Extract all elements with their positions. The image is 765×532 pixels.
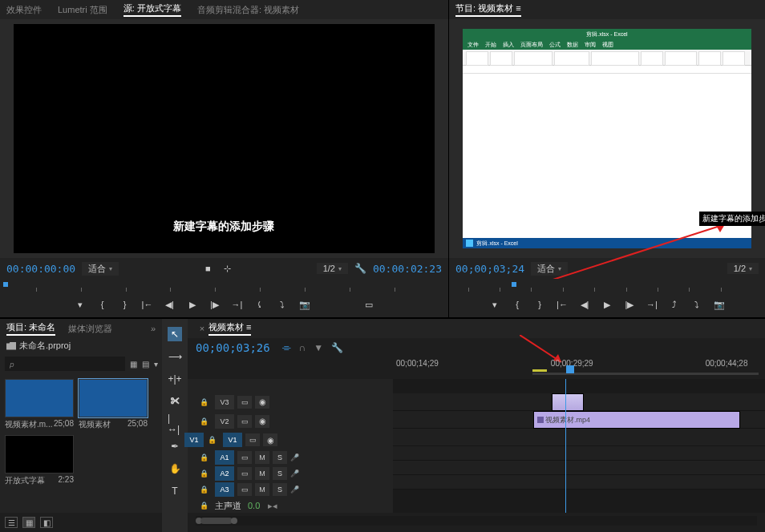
tab-project[interactable]: 项目: 未命名 [6, 321, 55, 336]
p-extract-icon[interactable]: ⤵ [690, 298, 703, 311]
tab-source[interactable]: 源: 开放式字幕 [123, 2, 181, 17]
tab-program[interactable]: 节目: 视频素材 ≡ [455, 2, 521, 17]
type-tool[interactable]: T [168, 484, 182, 498]
track-header-a2[interactable]: 🔒 A2 🎤 [188, 466, 393, 481]
comp-icon[interactable]: ▭ [362, 298, 375, 311]
go-in-icon[interactable]: |← [141, 298, 154, 311]
mute-a2[interactable] [255, 467, 269, 480]
track-tag-a2[interactable]: A2 [215, 466, 234, 481]
track-header-master[interactable]: 🔒 主声道 0.0 ▸◂ [188, 498, 393, 513]
overflow-icon[interactable]: » [151, 324, 156, 333]
track-header-a3[interactable]: 🔒 A3 🎤 [188, 482, 393, 497]
track-output-a2[interactable] [237, 467, 252, 480]
program-timecode-in[interactable]: 00;00;03;24 [455, 263, 524, 275]
p-go-in-icon[interactable]: |← [556, 298, 569, 311]
play-icon[interactable]: ▶ [186, 298, 199, 311]
playhead-line[interactable] [565, 379, 566, 513]
go-out-icon[interactable]: →| [231, 298, 244, 311]
snap-icon[interactable]: ⊹ [221, 262, 233, 275]
chevron-right-icon[interactable]: ▸◂ [266, 499, 279, 512]
lock-icon[interactable]: 🔒 [199, 397, 208, 407]
insert-icon[interactable]: ⤹ [253, 298, 266, 311]
linked-sel-icon[interactable]: ∩ [299, 342, 306, 353]
mark-in-icon[interactable]: { [96, 298, 109, 311]
p-step-back-icon[interactable]: ◀| [578, 298, 591, 311]
p-go-out-icon[interactable]: →| [646, 298, 658, 311]
track-output-a3[interactable] [237, 483, 252, 496]
tab-lumetri[interactable]: Lumetri 范围 [58, 4, 107, 16]
p-marker-icon[interactable]: ▾ [488, 298, 501, 311]
sequence-tab[interactable]: 视频素材 ≡ [208, 321, 251, 336]
timeline-timecode[interactable]: 00;00;03;26 [196, 341, 270, 354]
razor-tool[interactable]: ✀ [168, 394, 182, 409]
source-preview[interactable]: 新建字幕的添加步骤 [0, 19, 448, 258]
icon-view-icon[interactable]: ▦ [22, 517, 35, 528]
program-res-dropdown[interactable]: 1/2 [727, 263, 759, 274]
source-fit-dropdown[interactable]: 适合 [82, 262, 119, 276]
clip-video[interactable]: 视频素材.mp4 [533, 411, 740, 429]
solo-a2[interactable] [273, 467, 287, 480]
track-tag-v3[interactable]: V3 [215, 395, 234, 409]
bin-item[interactable]: 开放式字幕2:23 [5, 435, 74, 486]
p-mark-out-icon[interactable]: } [533, 298, 546, 311]
list-view-icon[interactable]: ☰ [5, 517, 18, 528]
step-back-icon[interactable]: ◀| [164, 298, 176, 311]
solo-a1[interactable] [273, 451, 287, 464]
lock-icon[interactable]: 🔒 [207, 435, 217, 445]
track-tag-a1[interactable]: A1 [215, 450, 234, 465]
project-path[interactable]: 未命名.prproj [0, 338, 162, 353]
settings-icon[interactable]: 🔧 [354, 263, 366, 274]
track-header-v1[interactable]: V1 🔒 V1 [188, 431, 393, 449]
selection-tool[interactable]: ↖ [168, 327, 182, 341]
bin-item[interactable]: 视频素材.m...25;08 [5, 379, 74, 430]
timeline-ruler[interactable] [393, 369, 759, 377]
track-body[interactable]: 视频素材.mp4 [393, 379, 765, 513]
program-preview[interactable]: 剪辑.xlsx - Excel 文件开始插入页面布局公式数据审阅视图 剪辑.xl… [449, 19, 765, 258]
solo-a3[interactable] [273, 483, 287, 496]
lock-icon[interactable]: 🔒 [199, 501, 208, 510]
track-visibility-v2[interactable] [255, 415, 269, 428]
track-output-a1[interactable] [237, 451, 252, 464]
mark-out-icon[interactable]: } [119, 298, 132, 311]
timeline-zoom-scrollbar[interactable] [196, 516, 757, 526]
lock-icon[interactable]: 🔒 [199, 453, 208, 462]
track-header-a1[interactable]: 🔒 A1 🎤 [188, 450, 393, 465]
slip-tool[interactable]: |↔| [168, 417, 182, 431]
tab-audiomixer[interactable]: 音频剪辑混合器: 视频素材 [197, 4, 299, 16]
hand-tool[interactable]: ✋ [168, 461, 182, 476]
p-export-frame-icon[interactable]: 📷 [713, 298, 726, 311]
track-tag-v2[interactable]: V2 [215, 414, 234, 429]
stop-icon[interactable]: ■ [201, 262, 214, 275]
export-frame-icon[interactable]: 📷 [298, 298, 311, 311]
record-a3[interactable]: 🎤 [290, 486, 299, 494]
track-output-v2[interactable] [237, 415, 252, 428]
tab-media-browser[interactable]: 媒体浏览器 [68, 323, 112, 335]
track-visibility-v1[interactable] [263, 433, 277, 446]
program-fit-dropdown[interactable]: 适合 [531, 262, 568, 276]
add-marker-icon[interactable]: ▾ [74, 298, 87, 311]
record-a1[interactable]: 🎤 [290, 453, 299, 461]
mute-a1[interactable] [255, 451, 269, 464]
settings-tool-icon[interactable]: 🔧 [331, 342, 343, 353]
lock-icon[interactable]: 🔒 [199, 485, 208, 494]
lock-icon[interactable]: 🔒 [199, 417, 208, 426]
bin-item[interactable]: 视频素材25;08 [79, 379, 148, 430]
p-step-fwd-icon[interactable]: |▶ [623, 298, 636, 311]
source-timecode-in[interactable]: 00:00:00:00 [6, 263, 75, 275]
scrollbar-thumb[interactable] [200, 518, 233, 524]
filter-icon[interactable]: ▦ [130, 358, 137, 369]
lock-icon[interactable]: 🔒 [199, 469, 208, 478]
source-ruler[interactable] [0, 279, 448, 292]
playhead-marker[interactable] [566, 365, 574, 373]
track-output-v1[interactable] [245, 433, 260, 446]
mute-a3[interactable] [255, 483, 269, 496]
search-input[interactable] [5, 357, 125, 371]
source-res-dropdown[interactable]: 1/2 [317, 263, 348, 274]
p-play-icon[interactable]: ▶ [601, 298, 613, 311]
snap-toggle-icon[interactable]: ⌯ [281, 342, 291, 353]
step-fwd-icon[interactable]: |▶ [208, 298, 221, 311]
track-select-tool[interactable]: ⟶ [168, 349, 182, 364]
sort-icon[interactable]: ▤ [142, 358, 149, 369]
pen-tool[interactable]: ✒ [168, 439, 182, 453]
p-lift-icon[interactable]: ⤴ [668, 298, 681, 311]
